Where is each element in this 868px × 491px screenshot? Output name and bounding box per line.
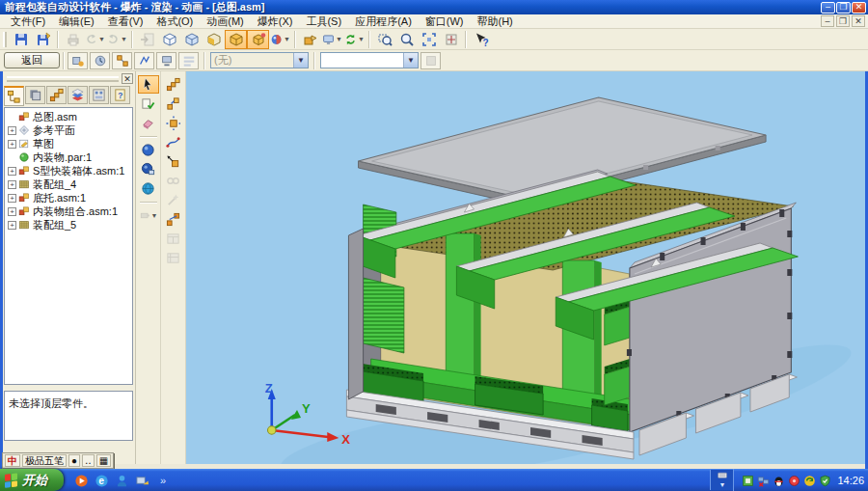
save-button[interactable] (10, 30, 32, 49)
context-help-button[interactable]: ? (470, 30, 492, 49)
tray-ime-status[interactable] (740, 472, 755, 489)
menu-item[interactable]: 格式(O) (149, 14, 200, 29)
quick-launch-internet-explorer[interactable]: e (92, 472, 112, 489)
save-as-button[interactable] (32, 30, 54, 49)
ime-toolbar[interactable]: 中 极品五笔 ●‥▦ (2, 452, 114, 469)
dropdown-arrow-icon[interactable]: ▼ (336, 36, 342, 42)
tree-item[interactable]: +S型快装箱体.asm:1 (8, 164, 132, 177)
tree-item[interactable]: 总图.asm (8, 110, 132, 123)
render-scene-button[interactable] (138, 141, 159, 159)
view-cube-b-button[interactable] (247, 30, 269, 49)
tray-qq[interactable] (771, 472, 786, 489)
menu-item[interactable]: 编辑(E) (52, 14, 101, 29)
flow-path-button[interactable] (163, 133, 184, 151)
expand-icon[interactable]: + (8, 126, 16, 135)
ime-indicator[interactable]: 中 (5, 454, 20, 467)
quick-launch-show-desktop[interactable] (132, 472, 152, 489)
view-wireframe-button[interactable] (158, 30, 180, 49)
render-sphere-button[interactable]: ▼ (269, 30, 291, 49)
quick-launch-overflow[interactable]: » (160, 475, 166, 486)
toolbar-grip[interactable] (3, 32, 7, 47)
quick-launch-messenger[interactable] (112, 472, 132, 489)
edgebar-tab-help-doc[interactable]: ? (110, 86, 130, 104)
zoom-area-button[interactable] (373, 30, 395, 49)
3d-viewport[interactable]: Z Y X (186, 71, 868, 464)
expand-icon[interactable]: + (8, 207, 16, 216)
move-part-button[interactable] (134, 52, 154, 69)
export-tool-button[interactable] (299, 30, 321, 49)
dropdown-arrow-icon[interactable]: ▼ (284, 36, 290, 42)
restore-button[interactable]: ❐ (836, 2, 851, 14)
screen-display-button[interactable]: ▼ (321, 30, 343, 49)
menu-item[interactable]: 文件(F) (4, 14, 52, 29)
render-session-button[interactable] (138, 160, 159, 178)
view-shaded-button[interactable] (180, 30, 203, 49)
edgebar-close-button[interactable]: ✕ (122, 73, 133, 84)
menu-item[interactable]: 工具(S) (299, 14, 348, 29)
view-combo[interactable]: ▼ (320, 52, 419, 68)
expand-icon[interactable]: + (8, 167, 16, 176)
tray-live-update[interactable] (801, 472, 817, 489)
menu-item[interactable]: 动画(M) (200, 14, 251, 29)
expand-icon[interactable]: + (8, 140, 16, 149)
tree-item[interactable]: +装配组_4 (8, 177, 132, 191)
dropdown-arrow-icon[interactable]: ▼ (358, 36, 365, 42)
crate-body[interactable] (346, 170, 798, 459)
mdi-restore-button[interactable]: ❐ (836, 15, 850, 27)
tree-item[interactable]: +装配组_5 (8, 218, 132, 232)
ime-button-1[interactable]: ‥ (82, 454, 95, 467)
explode-order-button[interactable] (163, 210, 184, 229)
menu-item[interactable]: 帮助(H) (471, 14, 520, 29)
quick-launch-media-player[interactable] (71, 472, 92, 489)
ime-name[interactable]: 极品五笔 (22, 454, 67, 467)
edgebar-grip[interactable] (7, 76, 119, 82)
eraser-button[interactable] (138, 114, 159, 132)
select-cursor-button[interactable] (138, 75, 159, 94)
reposition-part-button[interactable] (163, 114, 184, 132)
explode-part-button[interactable] (163, 95, 184, 113)
minimize-button[interactable]: – (821, 2, 835, 14)
edgebar-tab-clipboard[interactable] (25, 86, 45, 104)
menu-item[interactable]: 爆炸(X) (251, 14, 300, 29)
clock[interactable]: 14:26 (837, 475, 864, 486)
combo-arrow-icon[interactable]: ▼ (403, 53, 418, 68)
menu-item[interactable]: 窗口(W) (419, 14, 471, 29)
return-button[interactable]: 返回 (4, 52, 60, 68)
title-bar[interactable]: 前程包装自动设计软件 - 爆炸 - 渲染 - 动画 - [总图.asm] – ❐… (0, 0, 868, 14)
menu-item[interactable]: 查看(V) (101, 14, 150, 29)
pan-button[interactable] (440, 30, 462, 49)
ime-button-0[interactable]: ● (68, 454, 80, 467)
refresh-button[interactable]: ▼ (343, 30, 366, 49)
edgebar-tab-sheets[interactable] (68, 86, 88, 104)
auto-explode-button[interactable] (163, 75, 184, 94)
edgebar-titlebar[interactable]: ✕ (4, 73, 133, 84)
expand-icon[interactable]: + (8, 194, 16, 203)
dropdown-arrow-icon[interactable]: ▼ (151, 212, 158, 219)
tree-item[interactable]: +内装物组合.asm:1 (8, 205, 132, 218)
dropdown-arrow-icon[interactable]: ▼ (98, 36, 105, 42)
zoom-button[interactable] (395, 30, 418, 49)
tree-item[interactable]: +底托.asm:1 (8, 191, 132, 205)
render-globe-button[interactable] (138, 179, 159, 198)
menu-item[interactable]: 应用程序(A) (348, 14, 419, 29)
animation-editor-button[interactable] (90, 52, 110, 69)
edgebar-tab-pathfinder[interactable] (4, 86, 24, 106)
view-half-button[interactable] (203, 30, 225, 49)
dropdown-arrow-icon[interactable]: ▼ (121, 36, 127, 42)
tray-network-offline[interactable] (755, 472, 771, 489)
expand-icon[interactable]: + (8, 180, 16, 189)
validate-button[interactable] (138, 95, 159, 113)
edgebar-tab-sensors[interactable] (89, 86, 109, 104)
view-cube-a-button[interactable] (225, 30, 247, 49)
expand-icon[interactable]: + (8, 221, 16, 230)
fit-button[interactable] (418, 30, 440, 49)
tree-item[interactable]: 内装物.par:1 (8, 150, 132, 164)
mdi-close-button[interactable]: ✕ (852, 15, 865, 27)
tray-security-shield[interactable] (817, 472, 832, 489)
tree-item[interactable]: +参考平面 (8, 123, 132, 137)
start-button[interactable]: 开始 (0, 469, 64, 491)
language-bar[interactable]: ▼ (710, 470, 733, 490)
mdi-minimize-button[interactable]: – (821, 15, 834, 27)
drag-part-button[interactable] (163, 152, 184, 171)
explode-tools-button[interactable] (112, 52, 132, 69)
